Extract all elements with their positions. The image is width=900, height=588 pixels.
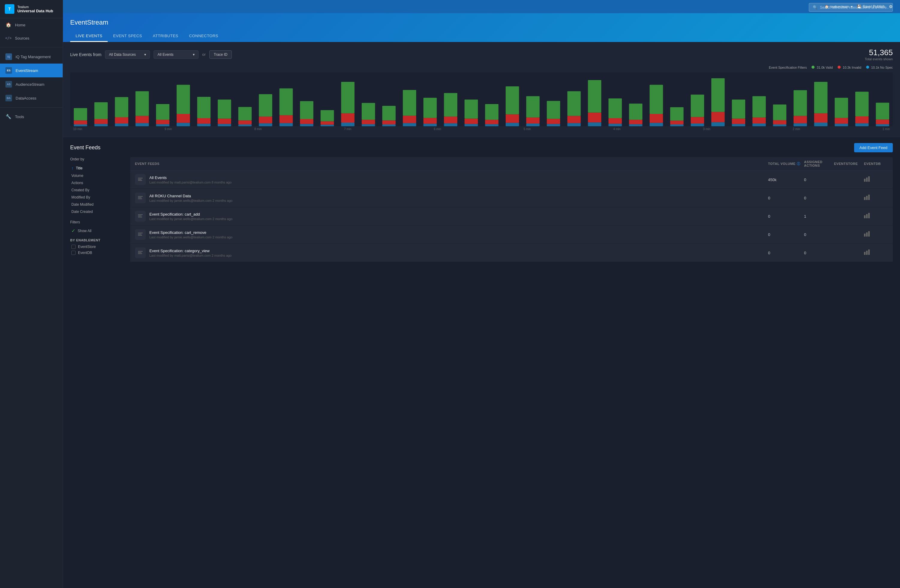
svg-rect-141 xyxy=(864,234,866,237)
svg-rect-3 xyxy=(95,124,108,126)
col-event-feeds: Event Feeds xyxy=(135,160,768,167)
col-total-volume: Total Volume ⓘ xyxy=(768,160,804,167)
table-row[interactable]: All ROKU Channel Data Last modified by j… xyxy=(130,189,893,207)
feed-icon xyxy=(135,174,146,185)
xaxis-label: 6 min xyxy=(434,127,441,131)
svg-rect-142 xyxy=(866,233,867,237)
svg-rect-58 xyxy=(464,119,478,124)
search-input[interactable] xyxy=(820,5,889,9)
logo-text: Tealium Universal Data Hub xyxy=(17,5,53,13)
svg-rect-116 xyxy=(855,92,869,116)
total-count-number: 51,365 xyxy=(864,48,893,57)
chart-icon[interactable] xyxy=(864,213,888,220)
feed-row-name: Event Specification: cart_remove xyxy=(149,230,233,235)
tab-live-events[interactable]: LIVE EVENTS xyxy=(70,31,108,42)
svg-rect-67 xyxy=(526,118,540,124)
svg-rect-11 xyxy=(135,91,149,116)
tab-event-specs[interactable]: EVENT SPECS xyxy=(108,31,147,42)
table-row[interactable]: Event Specification: cart_add Last modif… xyxy=(130,207,893,225)
svg-rect-44 xyxy=(362,103,375,119)
svg-rect-2 xyxy=(74,108,87,120)
sort-by-title[interactable]: ↑ Title xyxy=(70,164,124,172)
chart-icon[interactable] xyxy=(864,250,888,256)
trace-id-button[interactable]: Trace ID xyxy=(209,50,232,59)
sidebar-item-sources[interactable]: </> Sources xyxy=(0,31,63,45)
svg-rect-75 xyxy=(588,123,601,126)
chart-bar-icon xyxy=(864,213,871,218)
sidebar-item-eventstream[interactable]: ES EventStream xyxy=(0,64,63,78)
feeds-header: Event Feeds Add Event Feed xyxy=(70,143,893,152)
svg-rect-41 xyxy=(341,82,354,113)
svg-rect-98 xyxy=(732,99,745,119)
sidebar-item-audiencestream[interactable]: AS AudienceStream xyxy=(0,78,63,91)
filter-show-all[interactable]: ✓ Show All xyxy=(70,227,124,235)
svg-rect-24 xyxy=(238,124,252,126)
filter-eventdb[interactable]: EventDB xyxy=(70,250,124,256)
events-filter-dropdown[interactable]: All Events ▾ xyxy=(154,50,199,59)
filter-eventstore[interactable]: EventStore xyxy=(70,244,124,250)
xaxis-label: 2 min xyxy=(793,127,800,131)
sort-label: Actions xyxy=(71,181,83,185)
feed-assigned-actions: 1 xyxy=(804,214,834,219)
or-label: or xyxy=(202,52,206,57)
feed-row-text: All Events Last modified by matt.parisi@… xyxy=(149,175,231,184)
table-row[interactable]: Event Specification: cart_remove Last mo… xyxy=(130,225,893,244)
content-header: EventStream LIVE EVENTS EVENT SPECS ATTR… xyxy=(63,13,900,42)
sidebar-item-home[interactable]: 🏠 Home xyxy=(0,18,63,31)
table-row[interactable]: Event Specification: category_view Last … xyxy=(130,244,893,262)
chart-icon[interactable] xyxy=(864,176,888,183)
add-event-feed-button[interactable]: Add Event Feed xyxy=(854,143,893,152)
svg-rect-109 xyxy=(814,113,828,123)
sort-by-actions[interactable]: Actions xyxy=(70,179,124,186)
sidebar-item-label: AudienceStream xyxy=(16,82,44,87)
svg-rect-61 xyxy=(485,119,499,124)
feed-row-info: Event Specification: cart_add Last modif… xyxy=(135,211,768,222)
xaxis-label: 9 min xyxy=(164,127,172,131)
sort-label: Volume xyxy=(71,174,83,178)
valid-dot xyxy=(812,66,815,69)
sidebar-item-tools[interactable]: 🔧 Tools xyxy=(0,110,63,123)
svg-rect-22 xyxy=(218,119,231,124)
svg-rect-13 xyxy=(156,119,169,124)
chart-icon[interactable] xyxy=(864,231,888,238)
tab-attributes[interactable]: ATTRIBUTES xyxy=(147,31,184,42)
svg-rect-29 xyxy=(259,94,272,116)
feed-row-name: Event Specification: cart_add xyxy=(149,212,233,217)
xaxis-label: 8 min xyxy=(254,127,262,131)
svg-rect-60 xyxy=(485,124,499,126)
sort-by-modified-by[interactable]: Modified By xyxy=(70,194,124,201)
svg-rect-137 xyxy=(868,213,870,218)
svg-rect-90 xyxy=(691,124,704,126)
svg-rect-51 xyxy=(424,124,437,126)
svg-rect-23 xyxy=(218,99,231,119)
sort-by-date-created[interactable]: Date Created xyxy=(70,208,124,215)
svg-rect-81 xyxy=(629,124,643,126)
chart-icon[interactable] xyxy=(864,195,888,202)
svg-rect-17 xyxy=(177,85,190,114)
svg-rect-114 xyxy=(855,123,869,126)
svg-rect-10 xyxy=(135,116,149,123)
xaxis-label: 5 min xyxy=(524,127,531,131)
svg-rect-20 xyxy=(197,97,211,118)
data-sources-dropdown[interactable]: All Data Sources ▾ xyxy=(105,50,150,59)
feed-row-meta: Last modified by matt.parisi@tealium.com… xyxy=(149,180,231,184)
table-row[interactable]: All Events Last modified by matt.parisi@… xyxy=(130,171,893,189)
svg-rect-77 xyxy=(588,80,601,112)
svg-rect-123 xyxy=(864,179,866,182)
sort-by-date-modified[interactable]: Date Modified xyxy=(70,201,124,208)
tab-connectors[interactable]: CONNECTORS xyxy=(184,31,224,42)
feed-row-info: All ROKU Channel Data Last modified by j… xyxy=(135,192,768,203)
feed-row-name: Event Specification: category_view xyxy=(149,248,231,253)
filters-label: Filters xyxy=(70,220,124,224)
search-bar[interactable]: 🔍 xyxy=(809,3,893,12)
sidebar-item-dataaccess[interactable]: DA DataAccess xyxy=(0,91,63,105)
col-assigned-actions: Assigned Actions xyxy=(804,160,834,167)
svg-rect-33 xyxy=(300,124,313,126)
svg-rect-140 xyxy=(138,235,142,236)
sort-by-created-by[interactable]: Created By xyxy=(70,186,124,194)
svg-rect-99 xyxy=(753,124,766,126)
sort-by-volume[interactable]: Volume xyxy=(70,172,124,179)
svg-rect-8 xyxy=(115,97,128,117)
svg-rect-85 xyxy=(650,114,663,123)
sidebar-item-iqtag[interactable]: iQ iQ Tag Management xyxy=(0,50,63,64)
